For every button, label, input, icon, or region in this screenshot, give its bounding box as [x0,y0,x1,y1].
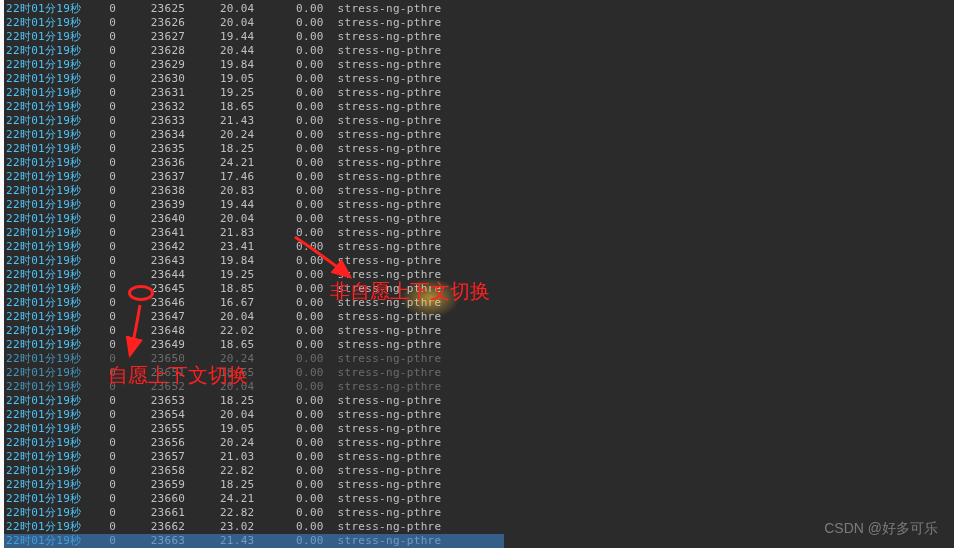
selection-highlight [4,534,504,548]
terminal-row: 22时01分19秒 0 23637 17.46 0.00 stress-ng-p… [6,170,954,184]
terminal-row: 22时01分19秒 0 23636 24.21 0.00 stress-ng-p… [6,156,954,170]
terminal-row: 22时01分19秒 0 23653 18.25 0.00 stress-ng-p… [6,394,954,408]
terminal-row: 22时01分19秒 0 23642 23.41 0.00 stress-ng-p… [6,240,954,254]
terminal-row: 22时01分19秒 0 23645 18.85 0.00 stress-ng-p… [6,282,954,296]
terminal-row: 22时01分19秒 0 23648 22.02 0.00 stress-ng-p… [6,324,954,338]
terminal-row: 22时01分19秒 0 23654 20.04 0.00 stress-ng-p… [6,408,954,422]
terminal-row: 22时01分19秒 0 23627 19.44 0.00 stress-ng-p… [6,30,954,44]
terminal-row: 22时01分19秒 0 23652 20.04 0.00 stress-ng-p… [6,380,954,394]
terminal-row: 22时01分19秒 0 23625 20.04 0.00 stress-ng-p… [6,2,954,16]
terminal-row: 22时01分19秒 0 23630 19.05 0.00 stress-ng-p… [6,72,954,86]
terminal-row: 22时01分19秒 0 23655 19.05 0.00 stress-ng-p… [6,422,954,436]
terminal-row: 22时01分19秒 0 23629 19.84 0.00 stress-ng-p… [6,58,954,72]
terminal-output: 22时01分19秒 0 23625 20.04 0.00 stress-ng-p… [0,0,954,548]
terminal-row: 22时01分19秒 0 23661 22.82 0.00 stress-ng-p… [6,506,954,520]
terminal-row: 22时01分19秒 0 23638 20.83 0.00 stress-ng-p… [6,184,954,198]
terminal-row: 22时01分19秒 0 23644 19.25 0.00 stress-ng-p… [6,268,954,282]
terminal-row: 22时01分19秒 0 23626 20.04 0.00 stress-ng-p… [6,16,954,30]
terminal-row: 22时01分19秒 0 23632 18.65 0.00 stress-ng-p… [6,100,954,114]
terminal-row: 22时01分19秒 0 23651 18.65 0.00 stress-ng-p… [6,366,954,380]
terminal-row: 22时01分19秒 0 23643 19.84 0.00 stress-ng-p… [6,254,954,268]
terminal-row: 22时01分19秒 0 23639 19.44 0.00 stress-ng-p… [6,198,954,212]
left-margin-bar [0,0,4,548]
terminal-row: 22时01分19秒 0 23658 22.82 0.00 stress-ng-p… [6,464,954,478]
terminal-row: 22时01分19秒 0 23657 21.03 0.00 stress-ng-p… [6,450,954,464]
terminal-row: 22时01分19秒 0 23659 18.25 0.00 stress-ng-p… [6,478,954,492]
terminal-row: 22时01分19秒 0 23635 18.25 0.00 stress-ng-p… [6,142,954,156]
terminal-row: 22时01分19秒 0 23641 21.83 0.00 stress-ng-p… [6,226,954,240]
terminal-row: 22时01分19秒 0 23640 20.04 0.00 stress-ng-p… [6,212,954,226]
terminal-row: 22时01分19秒 0 23650 20.24 0.00 stress-ng-p… [6,352,954,366]
terminal-row: 22时01分19秒 0 23633 21.43 0.00 stress-ng-p… [6,114,954,128]
terminal-row: 22时01分19秒 0 23646 16.67 0.00 stress-ng-p… [6,296,954,310]
terminal-row: 22时01分19秒 0 23634 20.24 0.00 stress-ng-p… [6,128,954,142]
watermark-text: CSDN @好多可乐 [824,520,938,538]
terminal-row: 22时01分19秒 0 23631 19.25 0.00 stress-ng-p… [6,86,954,100]
terminal-row: 22时01分19秒 0 23628 20.44 0.00 stress-ng-p… [6,44,954,58]
terminal-row: 22时01分19秒 0 23647 20.04 0.00 stress-ng-p… [6,310,954,324]
terminal-row: 22时01分19秒 0 23656 20.24 0.00 stress-ng-p… [6,436,954,450]
terminal-row: 22时01分19秒 0 23649 18.65 0.00 stress-ng-p… [6,338,954,352]
terminal-row: 22时01分19秒 0 23660 24.21 0.00 stress-ng-p… [6,492,954,506]
terminal-row: 22时01分19秒 0 23662 23.02 0.00 stress-ng-p… [6,520,954,534]
